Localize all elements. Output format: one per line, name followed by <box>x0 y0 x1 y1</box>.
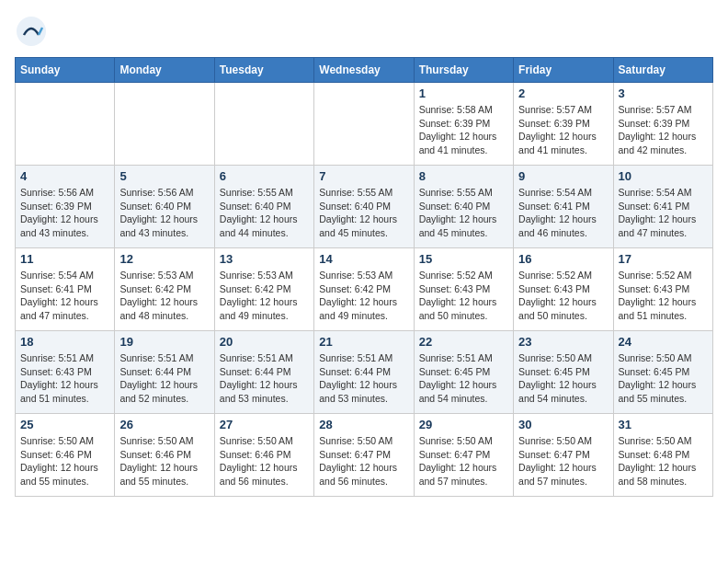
day-number: 15 <box>419 252 508 266</box>
calendar-cell: 18Sunrise: 5:51 AM Sunset: 6:43 PM Dayli… <box>16 331 115 414</box>
calendar-cell: 15Sunrise: 5:52 AM Sunset: 6:43 PM Dayli… <box>414 248 513 331</box>
day-number: 24 <box>619 335 708 349</box>
day-number: 23 <box>518 335 608 349</box>
day-number: 17 <box>619 252 708 266</box>
day-number: 8 <box>419 169 508 183</box>
day-number: 2 <box>518 86 608 100</box>
calendar-cell: 2Sunrise: 5:57 AM Sunset: 6:39 PM Daylig… <box>514 83 613 166</box>
calendar-cell: 25Sunrise: 5:50 AM Sunset: 6:46 PM Dayli… <box>16 414 115 497</box>
day-number: 22 <box>419 335 508 349</box>
day-info: Sunrise: 5:56 AM Sunset: 6:40 PM Dayligh… <box>119 186 209 240</box>
calendar-cell: 4Sunrise: 5:56 AM Sunset: 6:39 PM Daylig… <box>16 166 115 248</box>
day-info: Sunrise: 5:50 AM Sunset: 6:45 PM Dayligh… <box>518 351 608 406</box>
column-header-friday: Friday <box>514 58 613 83</box>
day-info: Sunrise: 5:51 AM Sunset: 6:43 PM Dayligh… <box>20 351 109 406</box>
day-number: 19 <box>119 335 209 349</box>
calendar-cell: 19Sunrise: 5:51 AM Sunset: 6:44 PM Dayli… <box>115 331 214 414</box>
calendar-cell: 8Sunrise: 5:55 AM Sunset: 6:40 PM Daylig… <box>414 166 513 248</box>
calendar-cell: 31Sunrise: 5:50 AM Sunset: 6:48 PM Dayli… <box>613 414 712 497</box>
logo <box>15 15 50 48</box>
day-info: Sunrise: 5:50 AM Sunset: 6:48 PM Dayligh… <box>619 434 708 488</box>
calendar-week-1: 1Sunrise: 5:58 AM Sunset: 6:39 PM Daylig… <box>16 83 713 166</box>
day-info: Sunrise: 5:50 AM Sunset: 6:47 PM Dayligh… <box>419 434 508 488</box>
calendar-cell: 3Sunrise: 5:57 AM Sunset: 6:39 PM Daylig… <box>613 83 712 166</box>
day-info: Sunrise: 5:52 AM Sunset: 6:43 PM Dayligh… <box>518 269 608 323</box>
day-number: 28 <box>319 418 408 431</box>
calendar-cell: 10Sunrise: 5:54 AM Sunset: 6:41 PM Dayli… <box>613 166 712 248</box>
day-info: Sunrise: 5:55 AM Sunset: 6:40 PM Dayligh… <box>220 186 309 240</box>
day-info: Sunrise: 5:54 AM Sunset: 6:41 PM Dayligh… <box>619 186 708 240</box>
day-info: Sunrise: 5:54 AM Sunset: 6:41 PM Dayligh… <box>20 269 109 323</box>
day-info: Sunrise: 5:51 AM Sunset: 6:44 PM Dayligh… <box>220 351 309 406</box>
calendar-cell <box>314 83 414 166</box>
calendar-cell <box>115 83 214 166</box>
calendar-cell: 26Sunrise: 5:50 AM Sunset: 6:46 PM Dayli… <box>115 414 214 497</box>
day-number: 12 <box>119 252 209 266</box>
day-number: 13 <box>220 252 309 266</box>
day-info: Sunrise: 5:53 AM Sunset: 6:42 PM Dayligh… <box>220 269 309 323</box>
day-number: 7 <box>319 169 408 183</box>
day-info: Sunrise: 5:54 AM Sunset: 6:41 PM Dayligh… <box>518 186 608 240</box>
calendar-cell: 13Sunrise: 5:53 AM Sunset: 6:42 PM Dayli… <box>214 248 313 331</box>
day-number: 18 <box>20 335 109 349</box>
calendar-cell: 23Sunrise: 5:50 AM Sunset: 6:45 PM Dayli… <box>514 331 613 414</box>
day-info: Sunrise: 5:50 AM Sunset: 6:47 PM Dayligh… <box>518 434 608 488</box>
day-info: Sunrise: 5:50 AM Sunset: 6:46 PM Dayligh… <box>220 434 309 488</box>
day-info: Sunrise: 5:50 AM Sunset: 6:46 PM Dayligh… <box>119 434 209 488</box>
calendar-cell: 17Sunrise: 5:52 AM Sunset: 6:43 PM Dayli… <box>613 248 712 331</box>
day-info: Sunrise: 5:55 AM Sunset: 6:40 PM Dayligh… <box>419 186 508 240</box>
calendar-cell: 28Sunrise: 5:50 AM Sunset: 6:47 PM Dayli… <box>314 414 414 497</box>
calendar-cell: 9Sunrise: 5:54 AM Sunset: 6:41 PM Daylig… <box>514 166 613 248</box>
column-header-wednesday: Wednesday <box>314 58 414 83</box>
day-number: 4 <box>20 169 109 183</box>
calendar-cell: 20Sunrise: 5:51 AM Sunset: 6:44 PM Dayli… <box>214 331 313 414</box>
calendar-week-2: 4Sunrise: 5:56 AM Sunset: 6:39 PM Daylig… <box>16 166 713 248</box>
calendar-header-row: SundayMondayTuesdayWednesdayThursdayFrid… <box>16 58 713 83</box>
day-info: Sunrise: 5:53 AM Sunset: 6:42 PM Dayligh… <box>119 269 209 323</box>
day-number: 14 <box>319 252 408 266</box>
day-number: 5 <box>119 169 209 183</box>
calendar-cell: 7Sunrise: 5:55 AM Sunset: 6:40 PM Daylig… <box>314 166 414 248</box>
calendar-cell: 29Sunrise: 5:50 AM Sunset: 6:47 PM Dayli… <box>414 414 513 497</box>
day-info: Sunrise: 5:56 AM Sunset: 6:39 PM Dayligh… <box>20 186 109 240</box>
calendar-body: 1Sunrise: 5:58 AM Sunset: 6:39 PM Daylig… <box>16 83 713 497</box>
day-number: 21 <box>319 335 408 349</box>
calendar-cell <box>214 83 313 166</box>
day-info: Sunrise: 5:55 AM Sunset: 6:40 PM Dayligh… <box>319 186 408 240</box>
day-number: 6 <box>220 169 309 183</box>
day-number: 29 <box>419 418 508 431</box>
day-number: 26 <box>119 418 209 431</box>
calendar-cell: 22Sunrise: 5:51 AM Sunset: 6:45 PM Dayli… <box>414 331 513 414</box>
calendar-cell: 11Sunrise: 5:54 AM Sunset: 6:41 PM Dayli… <box>16 248 115 331</box>
calendar-cell: 24Sunrise: 5:50 AM Sunset: 6:45 PM Dayli… <box>613 331 712 414</box>
day-number: 30 <box>518 418 608 431</box>
calendar-cell: 5Sunrise: 5:56 AM Sunset: 6:40 PM Daylig… <box>115 166 214 248</box>
day-number: 3 <box>619 86 708 100</box>
calendar-cell: 14Sunrise: 5:53 AM Sunset: 6:42 PM Dayli… <box>314 248 414 331</box>
calendar-cell: 1Sunrise: 5:58 AM Sunset: 6:39 PM Daylig… <box>414 83 513 166</box>
calendar-cell <box>16 83 115 166</box>
day-number: 1 <box>419 86 508 100</box>
day-info: Sunrise: 5:51 AM Sunset: 6:44 PM Dayligh… <box>319 351 408 406</box>
day-info: Sunrise: 5:52 AM Sunset: 6:43 PM Dayligh… <box>419 269 508 323</box>
calendar-cell: 16Sunrise: 5:52 AM Sunset: 6:43 PM Dayli… <box>514 248 613 331</box>
day-info: Sunrise: 5:50 AM Sunset: 6:47 PM Dayligh… <box>319 434 408 488</box>
calendar-week-4: 18Sunrise: 5:51 AM Sunset: 6:43 PM Dayli… <box>16 331 713 414</box>
day-info: Sunrise: 5:50 AM Sunset: 6:46 PM Dayligh… <box>20 434 109 488</box>
calendar-cell: 12Sunrise: 5:53 AM Sunset: 6:42 PM Dayli… <box>115 248 214 331</box>
calendar-week-5: 25Sunrise: 5:50 AM Sunset: 6:46 PM Dayli… <box>16 414 713 497</box>
day-number: 27 <box>220 418 309 431</box>
day-info: Sunrise: 5:57 AM Sunset: 6:39 PM Dayligh… <box>619 103 708 157</box>
day-info: Sunrise: 5:52 AM Sunset: 6:43 PM Dayligh… <box>619 269 708 323</box>
day-info: Sunrise: 5:50 AM Sunset: 6:45 PM Dayligh… <box>619 351 708 406</box>
calendar-cell: 6Sunrise: 5:55 AM Sunset: 6:40 PM Daylig… <box>214 166 313 248</box>
day-info: Sunrise: 5:51 AM Sunset: 6:45 PM Dayligh… <box>419 351 508 406</box>
day-number: 11 <box>20 252 109 266</box>
day-number: 10 <box>619 169 708 183</box>
calendar-table: SundayMondayTuesdayWednesdayThursdayFrid… <box>15 57 713 497</box>
column-header-thursday: Thursday <box>414 58 513 83</box>
day-number: 25 <box>20 418 109 431</box>
column-header-tuesday: Tuesday <box>214 58 313 83</box>
day-info: Sunrise: 5:57 AM Sunset: 6:39 PM Dayligh… <box>518 103 608 157</box>
calendar-cell: 21Sunrise: 5:51 AM Sunset: 6:44 PM Dayli… <box>314 331 414 414</box>
